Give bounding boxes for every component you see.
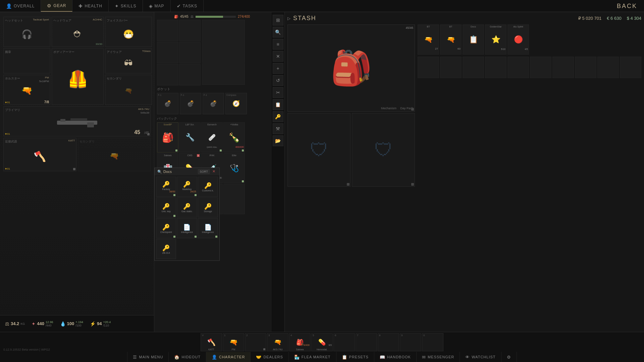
nav-character[interactable]: 👤 CHARACTER [206, 352, 251, 362]
hydration-stat: 💧 100 +.194 /100 [60, 320, 83, 327]
nav-hideout[interactable]: 🏠 HIDEOUT [169, 352, 206, 362]
backpack-preview[interactable]: 🎒 45/45 Day Pack Mechanism [287, 24, 415, 112]
filter-button[interactable]: ≡ [273, 39, 283, 50]
docs-item-gasstatio[interactable]: 🔑 Gas statio. [177, 197, 197, 218]
bp-lf-scr[interactable]: L&F Scr. 🔧 [179, 122, 201, 153]
search-button[interactable]: 🔑 [273, 111, 283, 122]
nav-messenger[interactable]: ✉ MESSENGER [417, 352, 460, 362]
stash-alusplint[interactable]: Alu Splint 🔴 4/5 [507, 24, 529, 55]
hotbar-slot-1[interactable]: 1 🔫 PM [223, 333, 244, 351]
inv-cell-3[interactable] [157, 42, 178, 63]
grid-view-button[interactable]: ⊞ [273, 15, 283, 25]
stash-goldenstar[interactable]: GoldenStar ⭐ 5/10 [485, 24, 506, 55]
bp-esmarch[interactable]: Esmarch 🩹 QARS 42in. [201, 122, 223, 153]
inv-cell-6[interactable] [179, 64, 201, 85]
stash-cell[interactable] [530, 57, 551, 78]
stash-cell[interactable] [620, 57, 641, 78]
hotbar-slot-6[interactable]: 6 [333, 333, 355, 351]
bp-scavbp[interactable]: ScavBP 🎒 [157, 122, 178, 153]
inspect-button[interactable]: 🔍 [273, 27, 283, 38]
inv-cell-5[interactable] [157, 64, 178, 85]
eyewear-slot[interactable]: アイウェア TGlass 🕶 [105, 48, 152, 73]
bp-elite[interactable]: Elite 🩺 [223, 153, 245, 183]
hotbar-slot-4[interactable]: 4 🎒 274/400 Salewa [289, 333, 311, 351]
nav-dealers[interactable]: 🤝 DEALERS [251, 352, 288, 362]
inv-cell-1[interactable] [157, 20, 178, 41]
stash-bt2[interactable]: BT 🔫 60 [440, 24, 462, 55]
stash-cell[interactable] [485, 57, 506, 78]
stash-cell[interactable] [552, 57, 574, 78]
secondary-slot[interactable]: セカンダリ 🔫 [105, 75, 152, 105]
melee-slot[interactable]: 近接武器 KATT 🪓 ★01 [3, 138, 76, 171]
hotbar-slot-2[interactable]: 2 [245, 333, 266, 351]
primary-weapon-slot[interactable]: プライマリ AKS-74U 545x39 ★01 45 /45 [3, 106, 151, 136]
docs-item-unkkey[interactable]: 🔑 Unk. key [156, 197, 176, 218]
docs-item-intel1[interactable]: 📄 Intelligence [177, 218, 197, 238]
hotbar-slot-v[interactable]: V 🪓 KATT [201, 333, 222, 351]
bp-vodka[interactable]: +Vodka 🍾 400/400 [223, 122, 245, 153]
docs-item-zb014[interactable]: 🔑 ZB-014 [156, 239, 176, 259]
bodyarmor-slot[interactable]: ボディアーマー 🦺 [52, 48, 104, 105]
nav-settings[interactable]: ⚙ [501, 352, 517, 362]
tab-tasks[interactable]: ✔ TASKS [171, 0, 204, 12]
back-button[interactable]: BACK [617, 2, 637, 9]
bp-empty[interactable] [223, 184, 245, 214]
docs-item-customsk[interactable]: 🔑 Customs k. [198, 177, 218, 197]
nav-flea-market[interactable]: 🏪 FLEA MARKET [289, 352, 336, 362]
tab-health[interactable]: ✚ HEALTH [72, 0, 108, 12]
hotbar-slot-5[interactable]: 5 💊 3/3 Hemostat. [311, 333, 333, 351]
pocket-1[interactable]: F-1 💣 [157, 93, 178, 114]
docs-item-factory[interactable]: 🔑 Factory 39/50 [156, 177, 176, 197]
hotbar-slot-9[interactable]: 9 [400, 333, 421, 351]
tab-overall[interactable]: 👤 OVERALL [0, 0, 41, 12]
inv-cell-large[interactable] [202, 20, 245, 63]
close-button[interactable]: ✕ [273, 51, 283, 62]
secondary-weapon-slot[interactable]: セカンダリ 🔫 [78, 138, 151, 171]
hotbar-slot-3[interactable]: 3 🔫 AKS-74U [267, 333, 288, 351]
docs-sort-button[interactable]: SORT [198, 169, 210, 174]
stash-bt1[interactable]: BT 🔫 27 [418, 24, 439, 55]
move-button[interactable]: ⚒ [273, 123, 283, 134]
tasks-icon: ✔ [177, 3, 181, 9]
docs-item-markkey[interactable]: 🔑 MarkKey 24/25 [177, 177, 197, 197]
inv-cell-4[interactable] [179, 42, 201, 63]
stash-cell[interactable] [440, 57, 462, 78]
tab-map[interactable]: ◈ MAP [143, 0, 171, 12]
nav-watchlist[interactable]: 👁 WATCHLIST [460, 352, 501, 362]
tab-gear[interactable]: ⚙ GEAR [41, 0, 72, 12]
stash-armor-right[interactable]: 🛡 [352, 113, 415, 187]
stash-cell[interactable] [597, 57, 619, 78]
docs-item-intel2[interactable]: 📄 Intelligence [198, 218, 218, 238]
stash-cell[interactable] [418, 57, 439, 78]
hotbar-slot-0[interactable]: 0 [422, 333, 443, 351]
pocket-2[interactable]: F-1 💣 [180, 93, 201, 114]
inv-cell-wide[interactable] [202, 63, 245, 85]
stash-docs[interactable]: Docs 📋 [463, 24, 484, 55]
nav-presets[interactable]: 📋 PRESETS [336, 352, 374, 362]
stash-cell[interactable] [507, 57, 529, 78]
headset-slot[interactable]: ヘッドセット Tactical Sport 🎧 [3, 17, 50, 47]
holster-slot[interactable]: ホルスター PM 5x18PM 🔫 ★01 7/8 [3, 75, 50, 105]
tab-skills[interactable]: ✦ SKILLS [109, 0, 143, 12]
reload-button[interactable]: ↺ [273, 75, 283, 86]
docs-close-button[interactable]: ✕ [211, 169, 217, 174]
trash-button[interactable]: ✂ [273, 87, 283, 98]
armband-slot[interactable]: 腕章 [3, 48, 50, 73]
settings2-button[interactable]: 📂 [273, 135, 283, 146]
facecover-slot[interactable]: フェイスカバー 😷 [105, 17, 152, 47]
medkit-button[interactable]: + [273, 63, 283, 74]
docs-item-checkpoint[interactable]: 🔑 Checkpoint [156, 218, 176, 238]
stash-cell[interactable] [575, 57, 596, 78]
docs-item-storage[interactable]: 🔑 Storage [198, 197, 218, 218]
nav-handbook[interactable]: 📖 HANDBOOK [374, 352, 417, 362]
headwear-slot[interactable]: ヘッドウェア ACHHC ⛑ 30/30 [52, 17, 104, 47]
hotbar-slot-8[interactable]: 8 [378, 333, 399, 351]
nav-main-menu[interactable]: ☰ MAIN MENU [127, 352, 169, 362]
inv-cell-2[interactable] [179, 20, 201, 41]
pocket-3[interactable]: F-1 💣 [203, 93, 224, 114]
stash-cell[interactable] [463, 57, 484, 78]
stash-armor-left[interactable]: 🛡 [287, 113, 351, 187]
hotbar-slot-7[interactable]: 7 [356, 333, 377, 351]
sort-button[interactable]: 📋 [273, 99, 283, 110]
pocket-4[interactable]: Compass 🧭 [225, 93, 247, 114]
